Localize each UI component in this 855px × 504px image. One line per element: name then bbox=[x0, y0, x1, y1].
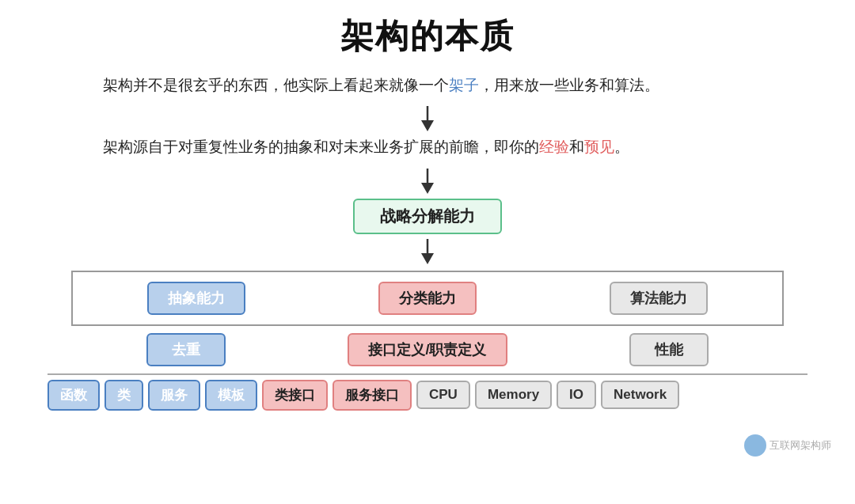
watermark-icon bbox=[744, 434, 766, 457]
bottom-item-2: 服务 bbox=[148, 380, 200, 411]
bottom-item-8: IO bbox=[557, 381, 596, 409]
main-container: 架构的本质 架构并不是很玄乎的东西，他实际上看起来就像一个架子，用来放一些业务和… bbox=[0, 0, 855, 504]
svg-marker-3 bbox=[421, 183, 434, 194]
bottom-item-4: 类接口 bbox=[262, 380, 328, 411]
row1-left: 抽象能力 bbox=[147, 282, 245, 315]
paragraph1-highlight: 架子 bbox=[449, 77, 479, 93]
bottom-item-1: 类 bbox=[104, 380, 143, 411]
arrow2 bbox=[418, 169, 437, 194]
paragraph1-text2: ，用来放一些业务和算法。 bbox=[479, 77, 659, 93]
watermark: 互联网架构师 bbox=[744, 434, 831, 457]
bottom-item-6: CPU bbox=[416, 381, 470, 409]
bottom-item-9: Network bbox=[601, 381, 679, 409]
row2-center-wrap: 接口定义/职责定义 bbox=[348, 333, 507, 366]
bottom-item-7: Memory bbox=[475, 381, 552, 409]
row2-right-wrap: 性能 bbox=[618, 333, 720, 366]
paragraph2-text3: 。 bbox=[614, 138, 629, 155]
bottom-item-3: 模板 bbox=[205, 380, 257, 411]
page-title: 架构的本质 bbox=[340, 14, 515, 59]
row2-right: 性能 bbox=[629, 333, 709, 366]
row2-left-wrap: 去重 bbox=[135, 333, 238, 366]
paragraph2-text2: 和 bbox=[569, 138, 584, 155]
paragraph2-highlight1: 经验 bbox=[539, 138, 569, 155]
svg-marker-1 bbox=[421, 120, 434, 131]
row2-container: 去重 接口定义/职责定义 性能 bbox=[71, 332, 784, 368]
svg-marker-5 bbox=[421, 253, 434, 264]
watermark-text: 互联网架构师 bbox=[770, 438, 831, 453]
paragraph2-highlight2: 预见 bbox=[584, 138, 614, 155]
row2-center: 接口定义/职责定义 bbox=[348, 333, 507, 366]
central-box: 战略分解能力 bbox=[353, 199, 502, 234]
arrow1 bbox=[418, 106, 437, 131]
arrow3 bbox=[418, 239, 437, 264]
row1-right: 算法能力 bbox=[610, 282, 708, 315]
bottom-row: 函数 类 服务 模板 类接口 服务接口 CPU Memory IO Networ… bbox=[48, 373, 808, 415]
paragraph2: 架构源自于对重复性业务的抽象和对未来业务扩展的前瞻，即你的经验和预见。 bbox=[103, 135, 752, 160]
row1-center: 分类能力 bbox=[378, 282, 477, 315]
bottom-item-0: 函数 bbox=[48, 380, 100, 411]
row1-container: 抽象能力 分类能力 算法能力 bbox=[71, 271, 784, 326]
bottom-item-5: 服务接口 bbox=[332, 380, 412, 411]
paragraph1: 架构并不是很玄乎的东西，他实际上看起来就像一个架子，用来放一些业务和算法。 bbox=[103, 73, 752, 98]
row2-left: 去重 bbox=[146, 333, 226, 366]
paragraph2-text1: 架构源自于对重复性业务的抽象和对未来业务扩展的前瞻，即你的 bbox=[103, 138, 539, 155]
paragraph1-text1: 架构并不是很玄乎的东西，他实际上看起来就像一个 bbox=[103, 77, 449, 93]
